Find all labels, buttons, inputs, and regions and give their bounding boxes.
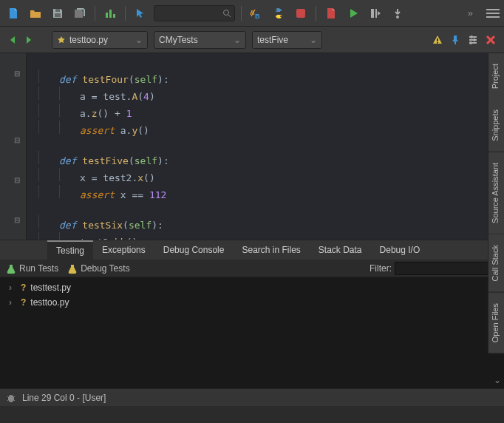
test-file-row[interactable]: ›?testtoo.py — [4, 295, 500, 310]
fold-toggle[interactable]: ⊟ — [14, 216, 20, 224]
test-tree[interactable]: ›?testtest.py›?testtoo.py⌄ — [0, 277, 504, 388]
status-unknown-icon: ? — [21, 282, 26, 293]
flask-run-icon — [6, 263, 16, 274]
python-package-button[interactable]: AB — [248, 4, 265, 22]
file-selector[interactable]: testtoo.py ⌄ — [52, 31, 148, 49]
svg-line-6 — [228, 15, 231, 17]
method-selector-label: testFive — [257, 35, 288, 45]
bottom-panel: TestingExceptionsDebug ConsoleSearch in … — [0, 240, 504, 388]
svg-point-5 — [224, 10, 229, 15]
save-all-button[interactable] — [71, 4, 89, 22]
stop-button[interactable] — [292, 4, 310, 22]
fold-toggle[interactable]: ⊟ — [14, 70, 20, 78]
status-bar: Line 29 Col 0 - [User] — [0, 388, 504, 406]
star-icon — [57, 35, 66, 44]
side-tab-open-files[interactable]: Open Files — [488, 293, 504, 353]
chevron-updown-icon: ⌄ — [310, 35, 317, 45]
test-file-name: testtoo.py — [30, 297, 69, 308]
filter-label: Filter: — [370, 263, 392, 274]
debug-step-button[interactable] — [367, 4, 384, 22]
search-icon — [222, 9, 231, 18]
side-tab-call-stack[interactable]: Call Stack — [488, 234, 504, 293]
fold-toggle[interactable]: ⊟ — [14, 136, 20, 144]
new-file-button[interactable] — [4, 4, 22, 22]
fold-toggle[interactable]: ⊟ — [14, 176, 20, 184]
status-text: Line 29 Col 0 - [User] — [22, 393, 106, 403]
svg-point-21 — [469, 41, 472, 44]
chevron-updown-icon: ⌄ — [234, 35, 241, 45]
method-selector[interactable]: testFive ⌄ — [252, 31, 322, 49]
status-unknown-icon: ? — [21, 297, 26, 308]
panel-tab-testing[interactable]: Testing — [47, 240, 93, 260]
debug-tests-label: Debug Tests — [81, 263, 130, 274]
flask-debug-icon — [67, 263, 78, 274]
run-tests-button[interactable]: Run Tests — [6, 263, 58, 274]
class-selector-label: CMyTests — [159, 35, 198, 45]
chevron-right-icon: › — [9, 297, 16, 308]
side-tab-source-assistant[interactable]: Source Assistant — [488, 152, 504, 234]
bug-icon[interactable] — [6, 393, 16, 403]
toolbar-overflow-icon[interactable]: » — [468, 7, 473, 18]
panel-tab-exceptions[interactable]: Exceptions — [93, 240, 154, 260]
main-toolbar: AB » — [0, 0, 504, 27]
open-folder-button[interactable] — [27, 4, 44, 22]
run-tests-label: Run Tests — [19, 263, 58, 274]
save-button[interactable] — [49, 4, 67, 22]
test-file-row[interactable]: ›?testtest.py — [4, 280, 500, 295]
code-editor: ⊟ ⊟ ⊟ ⊟ def testFour(self):a = test.A(4)… — [0, 53, 504, 240]
panel-tab-debug-console[interactable]: Debug Console — [154, 240, 234, 260]
pin-icon[interactable] — [449, 34, 461, 46]
testing-toolbar: Run Tests Debug Tests Filter: — [0, 260, 504, 277]
menu-button[interactable] — [486, 9, 500, 18]
file-selector-label: testtoo.py — [69, 35, 108, 45]
svg-rect-4 — [113, 14, 115, 18]
code-area[interactable]: def testFour(self):a = test.A(4)a.z() + … — [27, 53, 494, 240]
svg-rect-13 — [437, 38, 438, 41]
test-file-name: testtest.py — [30, 282, 71, 293]
step-into-button[interactable] — [389, 4, 406, 22]
options-icon[interactable] — [467, 34, 479, 46]
nav-forward-button[interactable] — [24, 35, 34, 45]
editor-gutter[interactable]: ⊟ ⊟ ⊟ ⊟ — [0, 53, 27, 240]
svg-rect-1 — [55, 9, 60, 12]
right-side-tabs: ProjectSnippetsSource AssistantCall Stac… — [488, 53, 504, 353]
panel-tab-search-in-files[interactable]: Search in Files — [233, 240, 309, 260]
toolbar-search[interactable] — [154, 5, 235, 21]
svg-rect-0 — [55, 13, 61, 17]
svg-rect-14 — [437, 42, 438, 44]
svg-rect-9 — [296, 9, 305, 18]
cursor-tool-button[interactable] — [132, 4, 149, 22]
nav-back-button[interactable] — [7, 35, 18, 45]
panel-tab-stack-data[interactable]: Stack Data — [310, 240, 371, 260]
svg-text:B: B — [255, 13, 260, 20]
editor-nav-bar: testtoo.py ⌄ CMyTests ⌄ testFive ⌄ — [0, 27, 504, 53]
close-icon[interactable] — [485, 34, 497, 46]
run-button[interactable] — [344, 4, 362, 22]
class-selector[interactable]: CMyTests ⌄ — [154, 31, 246, 49]
chevron-right-icon: › — [9, 282, 16, 293]
svg-point-12 — [396, 16, 399, 18]
warnings-icon[interactable] — [432, 34, 443, 46]
side-tab-snippets[interactable]: Snippets — [488, 99, 504, 152]
tree-scroll-corner-icon[interactable]: ⌄ — [494, 375, 501, 385]
svg-point-19 — [470, 35, 473, 38]
svg-point-20 — [473, 38, 476, 41]
panel-tab-bar: TestingExceptionsDebug ConsoleSearch in … — [0, 240, 504, 260]
svg-rect-3 — [109, 10, 112, 18]
svg-rect-2 — [106, 13, 108, 18]
svg-point-22 — [8, 395, 14, 402]
panel-tab-debug-i/o[interactable]: Debug I/O — [371, 240, 429, 260]
filter-input[interactable] — [395, 262, 498, 275]
svg-rect-10 — [371, 9, 374, 18]
python-env-button[interactable] — [270, 4, 287, 22]
analyze-button[interactable] — [101, 4, 119, 22]
side-tab-project[interactable]: Project — [488, 53, 504, 99]
debug-tests-button[interactable]: Debug Tests — [67, 263, 130, 274]
new-script-button[interactable] — [322, 4, 340, 22]
chevron-updown-icon: ⌄ — [135, 35, 143, 45]
